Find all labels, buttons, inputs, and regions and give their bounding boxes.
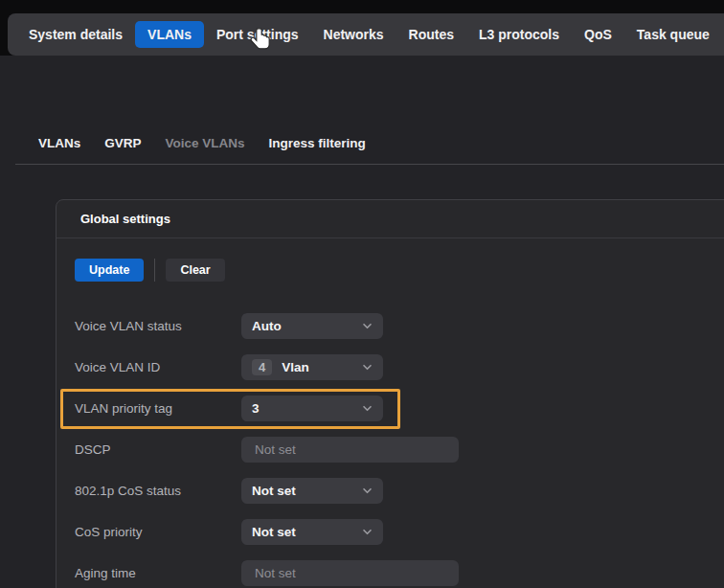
subtab-gvrp[interactable]: GVRP bbox=[104, 136, 141, 150]
chevron-down-icon bbox=[361, 526, 373, 538]
form-row-vlan-priority-tag: VLAN priority tag3 bbox=[75, 396, 724, 421]
subnav-divider bbox=[15, 164, 724, 165]
tab-system-details[interactable]: System details bbox=[16, 21, 135, 48]
form-row-aging-time: Aging time bbox=[75, 560, 724, 586]
field-label-voice-vlan-id: Voice VLAN ID bbox=[75, 360, 241, 374]
tab-task-queue[interactable]: Task queue bbox=[624, 21, 722, 48]
dropdown-cos-priority[interactable]: Not set bbox=[241, 519, 383, 545]
subtab-ingress-filtering[interactable]: Ingress filtering bbox=[269, 136, 366, 150]
button-separator bbox=[154, 259, 155, 282]
tab-networks[interactable]: Networks bbox=[311, 21, 396, 48]
tab-port-settings[interactable]: Port settings bbox=[204, 21, 311, 48]
input-aging-time[interactable] bbox=[241, 560, 459, 586]
tab-l3-protocols[interactable]: L3 protocols bbox=[466, 21, 572, 48]
field-label-aging-time: Aging time bbox=[75, 566, 241, 580]
clear-button[interactable]: Clear bbox=[166, 259, 224, 282]
form-row-dscp: DSCP bbox=[75, 437, 724, 463]
panel-header: Global settings bbox=[57, 200, 724, 238]
dropdown-value: Auto bbox=[252, 319, 282, 333]
chevron-down-icon bbox=[361, 485, 373, 497]
chevron-down-icon bbox=[361, 361, 373, 373]
form-row-voice-vlan-id: Voice VLAN ID4Vlan bbox=[75, 354, 724, 380]
form-row-voice-vlan-status: Voice VLAN statusAuto bbox=[75, 313, 724, 339]
field-label-vlan-priority-tag: VLAN priority tag bbox=[75, 401, 241, 416]
form-row-cos-priority: CoS priorityNot set bbox=[75, 519, 724, 545]
chevron-down-icon bbox=[361, 402, 373, 415]
chevron-down-icon bbox=[361, 320, 373, 332]
form-row-802-1p-cos-status: 802.1p CoS statusNot set bbox=[75, 478, 724, 504]
page-content: VLANsGVRPVoice VLANsIngress filtering Gl… bbox=[0, 56, 724, 588]
tab-qos[interactable]: QoS bbox=[572, 21, 624, 48]
dropdown-value: Not set bbox=[252, 484, 296, 498]
vlan-id-badge: 4 bbox=[252, 359, 272, 375]
action-buttons-row: Update Clear bbox=[75, 259, 724, 282]
panel-body: Update Clear Voice VLAN statusAutoVoice … bbox=[57, 238, 724, 588]
settings-form: Voice VLAN statusAutoVoice VLAN ID4VlanV… bbox=[75, 313, 724, 588]
top-navigation-bar: System detailsVLANsPort settingsNetworks… bbox=[8, 13, 724, 56]
global-settings-panel: Global settings Update Clear Voice VLAN … bbox=[56, 199, 724, 588]
input-dscp[interactable] bbox=[241, 437, 459, 463]
subtab-voice-vlans[interactable]: Voice VLANs bbox=[166, 136, 245, 150]
dropdown-value: Vlan bbox=[282, 360, 309, 374]
dropdown-voice-vlan-status[interactable]: Auto bbox=[241, 313, 383, 339]
field-label-802-1p-cos-status: 802.1p CoS status bbox=[75, 484, 241, 498]
field-label-voice-vlan-status: Voice VLAN status bbox=[75, 319, 241, 333]
sub-navigation-tabs: VLANsGVRPVoice VLANsIngress filtering bbox=[38, 136, 366, 150]
dropdown-value: 3 bbox=[252, 401, 260, 416]
subtab-vlans[interactable]: VLANs bbox=[38, 136, 80, 150]
dropdown-vlan-priority-tag[interactable]: 3 bbox=[241, 396, 383, 421]
dropdown-802-1p-cos-status[interactable]: Not set bbox=[241, 478, 383, 504]
dropdown-voice-vlan-id[interactable]: 4Vlan bbox=[241, 354, 383, 380]
field-label-dscp: DSCP bbox=[75, 442, 241, 457]
field-label-cos-priority: CoS priority bbox=[75, 525, 241, 539]
update-button[interactable]: Update bbox=[75, 259, 144, 282]
tab-vlans[interactable]: VLANs bbox=[135, 21, 204, 48]
panel-title: Global settings bbox=[80, 212, 170, 226]
tab-routes[interactable]: Routes bbox=[396, 21, 466, 48]
dropdown-value: Not set bbox=[252, 525, 296, 539]
